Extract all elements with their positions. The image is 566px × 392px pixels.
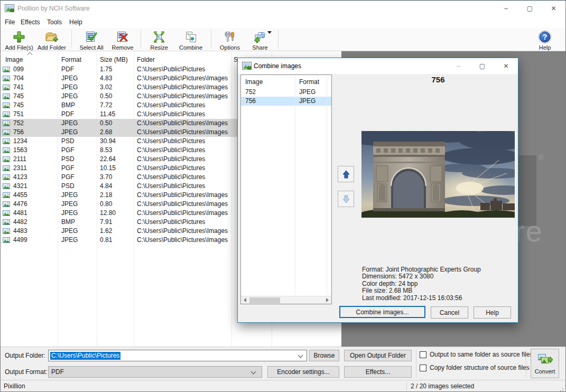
- column-header-size[interactable]: Size (MB): [97, 56, 134, 65]
- copy-structure-checkbox[interactable]: [420, 365, 426, 371]
- image-name: 741: [13, 83, 24, 92]
- menu-help[interactable]: Help: [69, 18, 82, 26]
- dialog-cell-image: 756: [241, 97, 295, 106]
- cell-size: 0.50: [97, 92, 134, 101]
- cell-image: 4321: [1, 182, 58, 191]
- menu-effects[interactable]: Effects: [21, 18, 40, 26]
- output-format-dropdown[interactable]: PDF: [48, 366, 262, 378]
- add-folder-button[interactable]: Add Folder: [35, 28, 68, 51]
- dialog-maximize-button[interactable]: ▢: [470, 58, 494, 74]
- image-thumbnail-icon: [3, 102, 10, 108]
- image-thumbnail-icon: [3, 219, 10, 225]
- image-name: 756: [13, 128, 24, 137]
- cell-folder: C:\Users\Public\Pictures: [134, 146, 231, 155]
- cell-folder: C:\Users\Public\Pictures: [134, 218, 231, 227]
- image-name: 704: [13, 74, 24, 83]
- help-button[interactable]: ? Help: [533, 28, 557, 51]
- dialog-column-format[interactable]: Format: [295, 78, 327, 88]
- chevron-down-icon[interactable]: [251, 369, 256, 375]
- minimize-button[interactable]: –: [494, 1, 518, 16]
- cancel-button[interactable]: Cancel: [431, 306, 468, 319]
- chevron-down-icon[interactable]: [298, 353, 303, 358]
- image-thumbnail-icon: [3, 76, 10, 81]
- resize-button[interactable]: Resize: [144, 28, 174, 51]
- output-folder-label: Output Folder:: [5, 352, 45, 359]
- dialog-help-button[interactable]: Help: [474, 306, 511, 319]
- cell-size: 12.80: [97, 209, 134, 218]
- share-button[interactable]: Share: [245, 28, 275, 51]
- cell-size: 0.80: [97, 200, 134, 209]
- same-folder-checkbox-row[interactable]: Output to same folder as source files: [420, 351, 533, 358]
- move-up-button[interactable]: [338, 166, 354, 182]
- scroll-left-icon[interactable]: [241, 296, 249, 304]
- toolbar-separator: [71, 30, 72, 49]
- close-button[interactable]: ✕: [542, 1, 565, 16]
- effects-button[interactable]: Effects...: [344, 366, 412, 378]
- cell-size: 0.81: [97, 236, 134, 245]
- column-header-folder[interactable]: Folder: [134, 56, 231, 65]
- image-name: 2311: [13, 164, 27, 173]
- options-button[interactable]: Options: [215, 28, 245, 51]
- svg-text:?: ?: [543, 33, 548, 41]
- encoder-settings-button[interactable]: Encoder settings...: [267, 366, 339, 378]
- status-bar: Pixillion 2 / 20 images selected: [1, 380, 565, 391]
- image-thumbnail-icon: [3, 129, 10, 135]
- browse-button[interactable]: Browse: [309, 350, 339, 361]
- cell-format: JPEG: [58, 209, 97, 218]
- scroll-right-icon[interactable]: [323, 296, 331, 304]
- image-name: 4321: [13, 182, 27, 191]
- column-header-image[interactable]: Image: [1, 56, 58, 65]
- combine-button[interactable]: Combine: [174, 28, 208, 51]
- convert-button[interactable]: Convert: [531, 349, 559, 378]
- add-files-icon: [12, 30, 26, 44]
- copy-structure-checkbox-row[interactable]: Copy folder structure of source files: [420, 364, 530, 371]
- same-folder-checkbox[interactable]: [420, 351, 426, 358]
- cell-size: 10.15: [97, 164, 134, 173]
- resize-grip[interactable]: [562, 388, 563, 389]
- image-name: 4455: [13, 191, 27, 200]
- share-dropdown-caret[interactable]: [267, 31, 272, 34]
- maximize-button[interactable]: ▢: [518, 1, 542, 16]
- combine-images-button[interactable]: Combine images...: [339, 306, 425, 318]
- cell-image: 4483: [1, 227, 58, 236]
- menu-file[interactable]: File: [5, 18, 15, 26]
- remove-button[interactable]: Remove: [108, 28, 137, 51]
- image-name: 1563: [13, 146, 27, 155]
- cell-size: 4.83: [97, 74, 134, 83]
- add-files-button[interactable]: Add File(s): [3, 28, 35, 51]
- cell-folder: C:\Users\Public\Pictures\Images: [134, 236, 231, 245]
- cell-image: 751: [1, 110, 58, 119]
- cell-format: PSD: [58, 155, 97, 164]
- dialog-title-bar: Combine images – ▢ ✕: [238, 58, 518, 74]
- cell-image: 1563: [1, 146, 58, 155]
- cell-image: 741: [1, 83, 58, 92]
- cell-format: JPEG: [58, 92, 97, 101]
- cell-format: JPEG: [58, 128, 97, 137]
- combine-images-dialog: Combine images – ▢ ✕ Image Format 752 JP…: [237, 58, 518, 323]
- cell-format: BMP: [58, 101, 97, 110]
- cell-size: 7.91: [97, 218, 134, 227]
- cell-size: 22.64: [97, 155, 134, 164]
- output-folder-combobox[interactable]: C:\Users\Public\Pictures: [48, 350, 307, 361]
- move-down-button[interactable]: [338, 191, 354, 207]
- dialog-close-button[interactable]: ✕: [494, 58, 518, 74]
- cell-folder: C:\Users\Public\Pictures\Images: [134, 92, 231, 101]
- dialog-list-item[interactable]: 756 JPEG: [241, 97, 331, 106]
- cell-size: 4.84: [97, 182, 134, 191]
- cell-folder: C:\Users\Public\Pictures\Images: [134, 209, 231, 218]
- image-thumbnail-icon: [3, 94, 10, 99]
- cell-folder: C:\Users\Public\Pictures: [134, 155, 231, 164]
- dialog-column-image[interactable]: Image: [241, 78, 295, 88]
- menu-tools[interactable]: Tools: [47, 18, 62, 26]
- cell-format: PDF: [58, 65, 97, 74]
- scrollbar-thumb[interactable]: [249, 297, 280, 303]
- output-folder-value: C:\Users\Public\Pictures: [50, 352, 120, 360]
- dialog-list-hscrollbar[interactable]: [241, 296, 331, 304]
- copy-structure-checkbox-label: Copy folder structure of source files: [430, 364, 530, 371]
- cell-format: PGF: [58, 164, 97, 173]
- open-output-folder-button[interactable]: Open Output Folder: [344, 350, 412, 361]
- select-all-button[interactable]: Select All: [75, 28, 108, 51]
- dialog-list-item[interactable]: 752 JPEG: [241, 88, 331, 97]
- cell-format: JPEG: [58, 191, 97, 200]
- column-header-format[interactable]: Format: [58, 56, 97, 65]
